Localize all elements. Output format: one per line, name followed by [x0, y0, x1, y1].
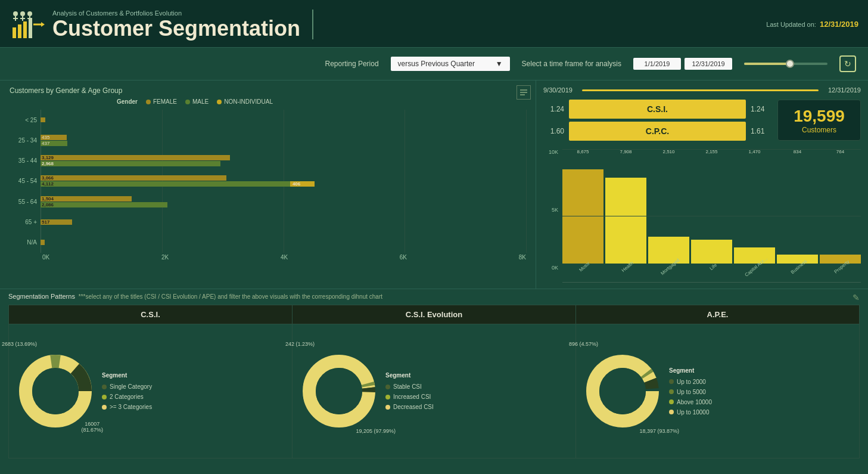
y-label-lt25: < 25 — [25, 117, 37, 123]
gender-age-chart-area: Customers by Gender & Age Group Gender F… — [0, 80, 536, 289]
csi-evolution-donut-chart — [297, 349, 381, 433]
legend-non-individual: NON-INDIVIDUAL — [217, 98, 273, 105]
upto10000-dot — [669, 410, 674, 414]
svg-rect-12 — [18, 24, 21, 38]
x-label-6k: 6K — [400, 254, 407, 261]
slider-thumb[interactable] — [786, 60, 794, 68]
female-legend-dot — [146, 100, 151, 104]
time-frame-label: Select a time frame for analysis — [522, 60, 621, 68]
chart-title: Customers by Gender & Age Group — [10, 86, 526, 95]
cpc-box[interactable]: C.P.C. — [569, 122, 746, 141]
chart-edit-icon[interactable] — [517, 85, 531, 100]
dates-row: 9/30/2019 12/31/2019 — [543, 86, 861, 94]
portfolio-chart: 10K 5K 0K 8,675 — [543, 149, 861, 283]
male-label: MALE — [192, 98, 209, 105]
csi-metric-row: 1.24 C.S.I. 1.24 — [543, 100, 771, 119]
svg-point-25 — [316, 368, 362, 414]
csi-legend: Segment Single Category 2 Categories >= … — [102, 372, 152, 410]
upto2000-label: Up to 2000 — [677, 379, 706, 385]
last-updated-value: 12/31/2019 — [820, 20, 858, 29]
reporting-period-label: Reporting Period — [325, 60, 379, 68]
csi-evolution-legend-title: Segment — [385, 372, 434, 379]
cpc-curr-value: 1.61 — [751, 127, 771, 135]
svg-marker-10 — [41, 22, 45, 27]
svg-point-21 — [32, 368, 79, 414]
y-label-35-44: 35 - 44 — [18, 157, 37, 164]
customer-count-box: 19,599 Customers — [777, 100, 861, 141]
app-subtitle: Analysis of Customers & Portfolios Evolu… — [52, 10, 300, 17]
csi-legend-single: Single Category — [102, 383, 152, 390]
start-date-input[interactable]: 1/1/2019 — [633, 58, 681, 70]
ape-panel-body: 896 (4.57%) 18,397 (93.87%) Segment Up t… — [576, 324, 859, 458]
upto2000-dot — [669, 379, 674, 384]
x-label-8k: 8K — [519, 254, 526, 261]
toolbar: Reporting Period versus Previous Quarter… — [0, 48, 868, 80]
cpc-metric-row: 1.60 C.P.C. 1.61 — [543, 122, 771, 141]
segmentation-header: Segmentation Patterns ***select any of t… — [8, 293, 860, 300]
csi-evolution-panel: C.S.I. Evolution 242 (1.23%) 19,205 (97.… — [292, 305, 575, 458]
segmentation-edit-icon[interactable]: ✎ — [853, 293, 860, 302]
end-date-label: 12/31/2019 — [828, 86, 861, 94]
upto10000-label: Up to 10000 — [677, 409, 710, 416]
refresh-icon[interactable]: ↻ — [839, 55, 856, 72]
male-legend-dot — [185, 100, 190, 104]
portfolio-health-value: 7,908 — [620, 149, 631, 154]
time-inputs: 1/1/2019 12/31/2019 — [633, 58, 732, 70]
ape-outer-label: 896 (4.57%) — [569, 341, 598, 347]
above10000-label: Above 10000 — [677, 399, 712, 405]
right-panel: 9/30/2019 12/31/2019 1.24 C.S.I. 1.24 1.… — [536, 80, 868, 289]
3plus-categories-dot — [102, 405, 107, 410]
upto5000-dot — [669, 389, 674, 394]
header-left: Analysis of Customers & Portfolios Evolu… — [10, 7, 313, 42]
portfolio-mortgaged-value: 2,510 — [662, 149, 674, 154]
csi-panel: C.S.I. 2683 (13.69%) — [8, 305, 292, 458]
legend-female: FEMALE — [146, 98, 177, 105]
increased-csi-dot — [385, 395, 390, 399]
segmentation-title: Segmentation Patterns — [8, 293, 75, 300]
stable-csi-item: Stable CSI — [385, 383, 434, 390]
non-individual-label: NON-INDIVIDUAL — [224, 98, 273, 105]
csi-panel-header[interactable]: C.S.I. — [9, 305, 292, 324]
portfolio-motor-value: 8,675 — [577, 149, 589, 154]
csi-inner-label: 16007(81.67%) — [81, 421, 103, 433]
header-text: Analysis of Customers & Portfolios Evolu… — [52, 10, 300, 39]
female-label: FEMALE — [153, 98, 177, 105]
portfolio-life-value: 2,155 — [705, 149, 717, 154]
csi-evolution-panel-header[interactable]: C.S.I. Evolution — [293, 305, 575, 324]
reporting-period-dropdown[interactable]: versus Previous Quarter ▼ — [391, 57, 510, 71]
x-label-2k: 2K — [161, 254, 169, 261]
csi-evo-inner-label: 19,205 (97.99%) — [356, 428, 396, 434]
non-individual-legend-dot — [217, 100, 222, 104]
legend-male: MALE — [185, 98, 209, 105]
above10000-item: Above 10000 — [669, 399, 712, 405]
3plus-categories-label: >= 3 Categories — [110, 404, 152, 410]
portfolio-y-5k: 5K — [552, 207, 558, 213]
decreased-csi-label: Decreased CSI — [393, 404, 434, 410]
slider-track — [744, 63, 827, 65]
ape-legend: Segment Up to 2000 Up to 5000 Above 1000… — [669, 367, 712, 416]
csi-evolution-legend: Segment Stable CSI Increased CSI Decreas… — [385, 372, 434, 410]
portfolio-y-10k: 10K — [549, 149, 558, 155]
2-categories-dot — [102, 395, 107, 399]
svg-point-0 — [13, 11, 18, 16]
csi-evolution-panel-body: 242 (1.23%) 19,205 (97.99%) Segment Stab… — [293, 324, 575, 458]
portfolio-life-label: Life — [709, 262, 718, 271]
single-category-dot — [102, 385, 107, 389]
upto5000-item: Up to 5000 — [669, 389, 712, 395]
csi-box[interactable]: C.S.I. — [569, 100, 746, 119]
time-slider[interactable] — [744, 63, 827, 65]
ape-legend-title: Segment — [669, 367, 712, 374]
end-date-input[interactable]: 12/31/2019 — [685, 58, 732, 70]
ape-panel-header[interactable]: A.P.E. — [576, 305, 859, 324]
start-date-label: 9/30/2019 — [543, 86, 573, 94]
portfolio-business-value: 834 — [794, 149, 801, 154]
csi-donut-chart — [14, 349, 97, 433]
single-category-label: Single Category — [110, 383, 152, 390]
stable-csi-dot — [385, 385, 390, 389]
svg-point-29 — [599, 368, 646, 414]
csi-legend-title: Segment — [102, 372, 152, 379]
main-content: Customers by Gender & Age Group Gender F… — [0, 80, 868, 474]
ape-panel: A.P.E. 896 (4.57%) 18,397 (93.87%) — [575, 305, 860, 458]
decreased-csi-item: Decreased CSI — [385, 404, 434, 410]
csi-panel-body: 2683 (13.69%) 16007(81.67%) Segment Sing… — [9, 324, 292, 458]
